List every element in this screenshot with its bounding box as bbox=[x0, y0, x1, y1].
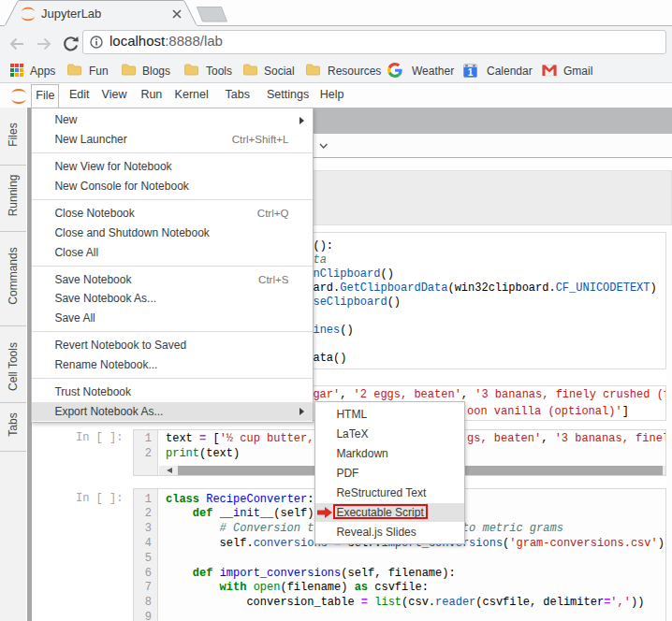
svg-text:1: 1 bbox=[468, 66, 474, 77]
